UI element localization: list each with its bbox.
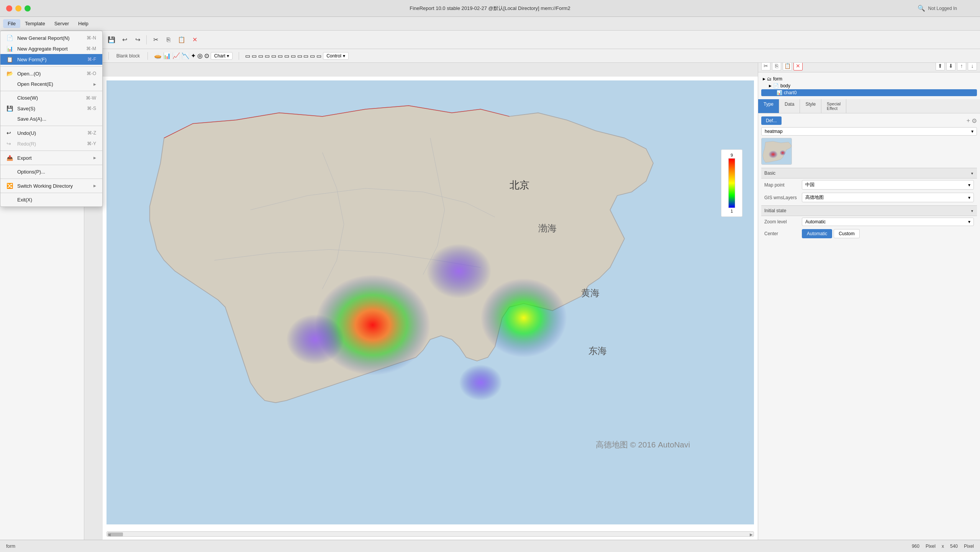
switch-dir-label: Switch Working Directory	[17, 183, 93, 189]
map-point-chevron: ▾	[968, 182, 970, 188]
menu-switch-dir[interactable]: 🔀 Switch Working Directory	[0, 180, 102, 191]
chart-preview[interactable]	[761, 138, 792, 165]
pie-chart-icon[interactable]: 🥧	[154, 52, 162, 59]
def-button[interactable]: Def...	[761, 116, 782, 125]
legend-bar	[728, 158, 735, 208]
basic-section[interactable]: Basic	[761, 168, 977, 179]
sep6	[0, 179, 102, 179]
menu-redo[interactable]: ↪ Redo(R) ⌘-Y	[0, 138, 102, 149]
redo-button[interactable]: ↪	[132, 34, 143, 46]
radar-icon[interactable]: ◎	[197, 52, 203, 59]
map-legend: 9 1	[721, 149, 742, 217]
canvas-area: 北京 渤海 黄海 东海 高德地图 © 2016 AutoNavi 9 1 ▶ ◀	[103, 77, 758, 540]
china-map-svg: 北京 渤海 黄海 东海 高德地图 © 2016 AutoNavi	[107, 80, 754, 454]
menu-exit[interactable]: Exit(X)	[0, 195, 102, 205]
blank-block-label[interactable]: Blank block	[115, 53, 141, 59]
menu-help[interactable]: Help	[74, 19, 93, 28]
tab-special-effect[interactable]: SpecialEffect	[821, 99, 846, 113]
export-label: Export	[17, 155, 93, 161]
toolbar: 💾 ↩ ↪ ✂ ⎘ 📋 ✕	[103, 31, 980, 49]
gis-label: GIS wmsLayers	[764, 195, 799, 200]
menu-open[interactable]: 📂 Open...(O) ⌘-O	[0, 68, 102, 79]
save-button[interactable]: 💾	[106, 34, 117, 46]
line-chart-icon[interactable]: 📈	[172, 52, 180, 59]
initial-state-section[interactable]: Initial state	[761, 205, 977, 216]
open-shortcut: ⌘-O	[87, 71, 96, 76]
bar-chart-icon[interactable]: 📊	[163, 52, 171, 59]
chart-label: Chart	[214, 53, 225, 59]
control-dropdown[interactable]: Control ▾	[323, 52, 349, 60]
zoom-level-label: Zoom level	[764, 219, 799, 224]
minimize-window-button[interactable]	[15, 5, 21, 11]
tree-chart0[interactable]: 📊 chart0	[761, 89, 977, 96]
initial-state-label: Initial state	[764, 208, 786, 213]
center-custom-btn[interactable]: Custom	[834, 229, 859, 238]
svg-point-5	[459, 365, 502, 401]
gis-value: 高德地图	[805, 194, 824, 201]
map-point-row: Map point 中国 ▾	[761, 179, 977, 191]
sep1	[0, 66, 102, 67]
menu-close[interactable]: Close(W) ⌘-W	[0, 93, 102, 103]
save-shortcut: ⌘-S	[87, 106, 96, 111]
search-icon[interactable]: 🔍	[918, 5, 925, 12]
sep3	[0, 126, 102, 126]
preview-svg	[762, 138, 792, 165]
tree-body[interactable]: ▶ 📄 body	[761, 82, 977, 89]
add-type-btn[interactable]: +	[967, 117, 970, 124]
zoom-level-select[interactable]: Automatic ▾	[802, 218, 974, 226]
map-point-label: Map point	[764, 182, 799, 188]
sec-sep2	[147, 52, 148, 60]
menu-new-general-report[interactable]: 📄 New General Report(N) ⌘-N	[0, 33, 102, 43]
undo-button[interactable]: ↩	[119, 34, 130, 46]
horizontal-scrollbar[interactable]: ▶ ◀	[107, 531, 754, 537]
undo-label: Undo(U)	[17, 130, 78, 136]
basic-arrow-icon	[970, 170, 974, 176]
close-window-button[interactable]	[6, 5, 12, 11]
control-chevron-icon: ▾	[343, 53, 345, 59]
menu-save-as[interactable]: Save As(A)...	[0, 114, 102, 124]
control-setting-panel: Control Setting ✓ ↓ ↑ ⬆ ⬇ ✂ ⎘ 📋 ✕ ⬆ ⬇ ↑ …	[758, 31, 980, 540]
chart-dropdown[interactable]: Chart ▾	[211, 52, 233, 60]
blank-block-group: Blank block	[115, 53, 141, 59]
status-form-label: form	[6, 544, 15, 549]
toolbar-sep1	[146, 35, 147, 44]
save-icon: 💾	[7, 105, 14, 111]
scatter-icon[interactable]: ✦	[191, 52, 196, 59]
copy-button[interactable]: ⎘	[163, 34, 174, 46]
scroll-left-icon[interactable]: ◀	[108, 532, 111, 537]
menu-options[interactable]: Options(P)...	[0, 167, 102, 177]
tab-style[interactable]: Style	[800, 99, 821, 113]
scroll-right-icon[interactable]: ▶	[750, 532, 753, 537]
tree-body-label: body	[780, 83, 790, 88]
menu-file[interactable]: File	[3, 19, 20, 28]
gis-select[interactable]: 高德地图 ▾	[802, 193, 974, 202]
maximize-window-button[interactable]	[25, 5, 31, 11]
gauge-icon[interactable]: ⊙	[204, 52, 209, 59]
paste-button[interactable]: 📋	[176, 34, 187, 46]
tab-type[interactable]: Type	[758, 99, 779, 113]
map-point-select[interactable]: 中国 ▾	[802, 180, 974, 190]
menu-save[interactable]: 💾 Save(S) ⌘-S	[0, 103, 102, 114]
delete-button[interactable]: ✕	[189, 34, 200, 46]
gis-row: GIS wmsLayers 高德地图 ▾	[761, 191, 977, 204]
menu-template[interactable]: Template	[20, 19, 50, 28]
area-chart-icon[interactable]: 📉	[182, 52, 189, 59]
new-general-icon: 📄	[7, 35, 14, 41]
settings-icon[interactable]: ⚙	[972, 117, 977, 124]
statusbar: form 960 Pixel x 540 Pixel	[0, 540, 980, 552]
svg-text:北京: 北京	[510, 179, 529, 191]
cut-button[interactable]: ✂	[150, 34, 161, 46]
not-logged-label: Not Logged In	[928, 6, 957, 11]
center-automatic-btn[interactable]: Automatic	[802, 229, 832, 238]
menu-undo[interactable]: ↩ Undo(U) ⌘-Z	[0, 128, 102, 138]
menu-new-aggregate-report[interactable]: 📊 New Aggregate Report ⌘-M	[0, 43, 102, 54]
control-label: Control	[326, 53, 341, 59]
menu-server[interactable]: Server	[50, 19, 74, 28]
menu-export[interactable]: 📤 Export	[0, 152, 102, 163]
tree-form[interactable]: ▶ 🗂 form	[761, 75, 977, 82]
menu-new-form[interactable]: 📋 New Form(F) ⌘-F	[0, 54, 102, 65]
svg-text:东海: 东海	[588, 346, 607, 356]
menu-open-recent[interactable]: Open Recent(E)	[0, 79, 102, 89]
chart-type-select[interactable]: heatmap ▾	[761, 127, 977, 136]
tab-data[interactable]: Data	[779, 99, 800, 113]
